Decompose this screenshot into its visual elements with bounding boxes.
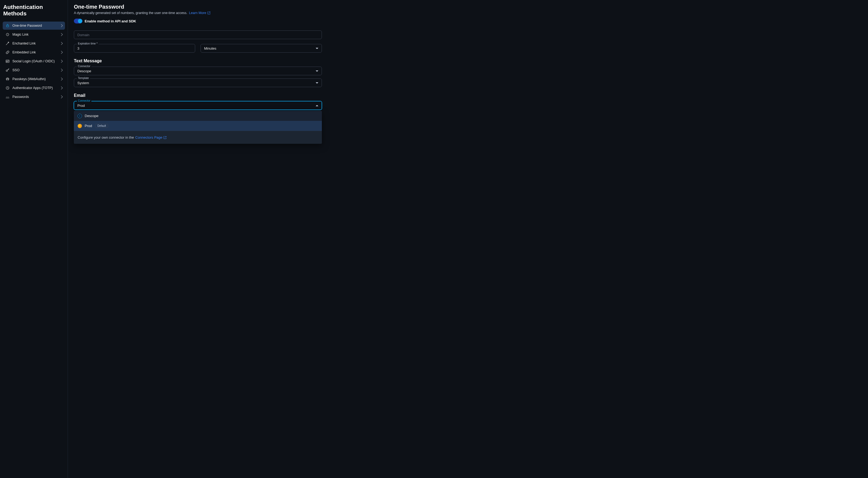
svg-point-7 [8, 96, 9, 97]
dropdown-option-prod[interactable]: ProdDefault [74, 121, 322, 131]
connectors-page-link[interactable]: Connectors Page [135, 136, 166, 140]
sidebar-item-label: Passwords [12, 95, 60, 99]
svg-rect-0 [6, 25, 9, 27]
sidebar-item-passkeys-webauthn[interactable]: Passkeys (WebAuthn) [3, 75, 65, 83]
sidebar-item-label: Enchanted Link [12, 41, 60, 45]
expiration-time-input[interactable]: Expiration time * [74, 44, 195, 53]
link-icon [5, 50, 10, 55]
chevron-right-icon [60, 86, 63, 89]
key-icon [5, 68, 10, 72]
caret-down-icon [316, 48, 318, 49]
sms-template-value: System [78, 81, 316, 85]
sms-template-select[interactable]: Template System [74, 79, 322, 87]
expiration-unit-select[interactable]: Minutes [200, 44, 322, 53]
dropdown-option-label: Descope [85, 114, 98, 118]
caret-up-icon [316, 105, 318, 106]
chevron-right-icon [60, 78, 63, 80]
default-badge: Default [95, 124, 108, 128]
chevron-right-icon [60, 60, 63, 63]
sidebar-item-sso[interactable]: SSO [3, 66, 65, 74]
external-link-icon [207, 11, 211, 14]
expiration-time-label: Expiration time * [77, 42, 99, 45]
expiration-unit-value: Minutes [204, 47, 316, 51]
sidebar-item-social-login-oauth-oidc[interactable]: Social Login (OAuth / OIDC) [3, 57, 65, 65]
page-description: A dynamically generated set of numbers, … [74, 11, 862, 15]
sidebar-item-label: Passkeys (WebAuthn) [12, 77, 60, 81]
email-connector-dropdown: DescopeProdDefault Configure your own co… [74, 111, 322, 144]
sidebar-item-label: Magic Link [12, 33, 60, 36]
svg-point-5 [6, 96, 7, 97]
dropdown-footer: Configure your own connector in the Conn… [74, 131, 322, 144]
sidebar-item-passwords[interactable]: Passwords [3, 93, 65, 101]
enable-method-toggle-label: Enable method in API and SDK [85, 19, 136, 23]
email-connector-label: Connector [77, 99, 91, 102]
sidebar-item-embedded-link[interactable]: Embedded Link [3, 48, 65, 56]
expiration-time-value[interactable] [78, 47, 192, 51]
sidebar-item-label: Social Login (OAuth / OIDC) [12, 59, 60, 63]
chevron-right-icon [60, 24, 63, 27]
descope-connector-icon [78, 114, 82, 118]
dropdown-option-descope[interactable]: Descope [74, 111, 322, 121]
sidebar: Authentication Methods One-time Password… [0, 0, 68, 478]
caret-down-icon [316, 70, 318, 72]
external-link-icon [163, 136, 166, 139]
page-description-text: A dynamically generated set of numbers, … [74, 11, 187, 15]
domain-input[interactable]: Domain [74, 30, 322, 39]
sidebar-item-authenticator-apps-totp[interactable]: Authenticator Apps (TOTP) [3, 84, 65, 92]
learn-more-label: Learn More [189, 11, 206, 15]
dropdown-option-label: Prod [85, 124, 92, 128]
connectors-page-link-label: Connectors Page [135, 136, 162, 140]
learn-more-link[interactable]: Learn More [189, 11, 211, 15]
sms-connector-value: Descope [78, 69, 316, 73]
sidebar-item-label: Authenticator Apps (TOTP) [12, 86, 60, 90]
svg-point-6 [7, 96, 8, 97]
section-title-email: Email [74, 93, 862, 98]
lock-shield-icon [5, 24, 10, 28]
section-title-text-message: Text Message [74, 59, 862, 63]
chevron-right-icon [60, 33, 63, 36]
clock-shield-icon [5, 86, 10, 90]
sms-connector-select[interactable]: Connector Descope [74, 67, 322, 75]
chevron-right-icon [60, 95, 63, 98]
sms-connector-label: Connector [77, 65, 91, 68]
sidebar-item-one-time-password[interactable]: One-time Password [3, 22, 65, 30]
sidebar-item-magic-link[interactable]: Magic Link [3, 30, 65, 38]
svg-rect-1 [6, 60, 9, 62]
sparkle-icon [5, 32, 10, 37]
dropdown-footer-text: Configure your own connector in the [78, 136, 134, 140]
password-dots-icon [5, 95, 10, 99]
enable-method-toggle[interactable] [74, 19, 83, 24]
chevron-right-icon [60, 51, 63, 54]
sms-template-label: Template [77, 77, 90, 80]
chevron-right-icon [60, 68, 63, 71]
page-title: One-time Password [74, 4, 862, 10]
email-connector-select[interactable]: Connector Prod [74, 101, 322, 110]
sidebar-item-label: SSO [12, 68, 60, 72]
fingerprint-icon [5, 77, 10, 81]
sidebar-item-enchanted-link[interactable]: Enchanted Link [3, 39, 65, 48]
main-content: One-time Password A dynamically generate… [68, 0, 868, 478]
user-card-icon [5, 59, 10, 63]
wand-icon [5, 41, 10, 46]
sidebar-item-label: Embedded Link [12, 51, 60, 54]
svg-point-2 [7, 61, 7, 61]
email-connector-value: Prod [78, 103, 316, 108]
sidebar-item-label: One-time Password [12, 24, 60, 28]
sidebar-title: Authentication Methods [3, 4, 65, 17]
prod-connector-icon [78, 124, 82, 128]
domain-placeholder: Domain [78, 33, 90, 37]
caret-down-icon [316, 82, 318, 84]
chevron-right-icon [60, 42, 63, 45]
